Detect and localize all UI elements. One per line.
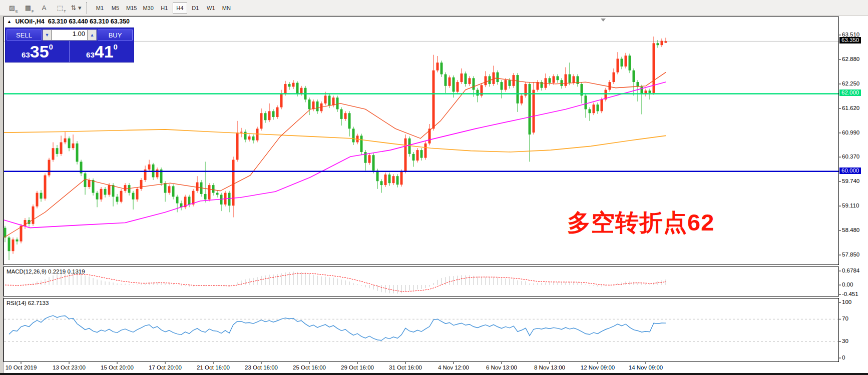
- bid-price-badge: 63.350: [839, 37, 861, 44]
- volume-input[interactable]: 1.00: [52, 30, 88, 40]
- sell-price-big: 35: [30, 42, 49, 61]
- time-axis-label: 6 Nov 13:00: [486, 364, 517, 370]
- buy-price[interactable]: 63 41 0: [70, 41, 134, 62]
- sell-price-small: 63: [22, 50, 30, 59]
- chart-title: ▲ UKOil-,H4 63.310 63.440 63.310 63.350: [7, 18, 130, 25]
- volume-spinner: ▼ 1.00 ▲: [43, 30, 97, 40]
- rsi-tick-label: 70: [842, 316, 848, 322]
- price-tick-label: 63.510: [842, 32, 859, 38]
- time-axis-label: 4 Nov 12:00: [438, 364, 469, 370]
- volume-increase-button[interactable]: ▲: [88, 30, 97, 40]
- price-tick-label: 60.370: [842, 154, 859, 160]
- price-tick-label: 58.480: [842, 227, 859, 233]
- time-axis-label: 12 Nov 09:00: [581, 364, 615, 370]
- price-tick-label: 59.740: [842, 178, 859, 184]
- sell-button[interactable]: SELL: [7, 30, 42, 40]
- price-tick-label: 57.850: [842, 252, 859, 258]
- time-axis-label: 31 Oct 16:00: [389, 364, 422, 370]
- one-click-trading-panel: SELL ▼ 1.00 ▲ BUY 63 35 0 63 41 0: [5, 28, 134, 62]
- buy-price-sup: 0: [114, 42, 118, 51]
- time-axis-label: 17 Oct 20:00: [149, 364, 182, 370]
- rsi-tick-label: 100: [842, 299, 851, 305]
- time-axis-label: 23 Oct 16:00: [245, 364, 278, 370]
- buy-price-big: 41: [95, 42, 114, 61]
- time-axis-label: 25 Oct 16:00: [293, 364, 326, 370]
- level-62-badge: 62.000: [839, 90, 861, 96]
- level-60-badge: 60.000: [839, 168, 861, 174]
- price-tick-label: 62.250: [842, 80, 859, 86]
- chart-text-annotation: 多空转折点62: [567, 207, 714, 238]
- chart-shift-marker-icon[interactable]: [601, 18, 606, 22]
- collapse-triangle-icon[interactable]: ▲: [7, 19, 12, 24]
- macd-tick-label: -0.451: [842, 291, 858, 297]
- time-axis-label: 29 Oct 16:00: [341, 364, 374, 370]
- macd-indicator-label: MACD(12,26,9) 0.2219 0.1319: [7, 268, 85, 274]
- symbol-period-label: UKOil-,H4: [15, 18, 44, 25]
- rsi-tick-label: 30: [842, 338, 848, 344]
- time-axis-label: 15 Oct 20:00: [101, 364, 134, 370]
- ohlc-values: 63.310 63.440 63.310 63.350: [48, 18, 130, 25]
- time-axis-label: 8 Nov 13:00: [534, 364, 565, 370]
- volume-decrease-button[interactable]: ▼: [43, 30, 52, 40]
- sell-price[interactable]: 63 35 0: [6, 41, 69, 62]
- price-tick-label: 62.880: [842, 56, 859, 62]
- buy-price-small: 63: [86, 50, 95, 59]
- buy-button[interactable]: BUY: [98, 30, 133, 40]
- price-tick-label: 59.110: [842, 202, 859, 208]
- sell-price-sup: 0: [49, 42, 53, 51]
- rsi-indicator-label: RSI(14) 62.7133: [7, 300, 49, 306]
- price-tick-label: 61.620: [842, 105, 859, 111]
- price-tick-label: 60.990: [842, 130, 859, 136]
- time-axis-label: 13 Oct 23:00: [53, 364, 86, 370]
- macd-tick-label: 0.00: [842, 282, 853, 288]
- time-axis-label: 14 Nov 09:00: [629, 364, 663, 370]
- time-axis-label: 21 Oct 16:00: [197, 364, 230, 370]
- window-bottom-edge: [0, 373, 868, 375]
- macd-tick-label: 0.6784: [842, 268, 859, 274]
- rsi-tick-label: 0: [842, 354, 845, 360]
- time-axis-label: 10 Oct 2019: [6, 364, 37, 370]
